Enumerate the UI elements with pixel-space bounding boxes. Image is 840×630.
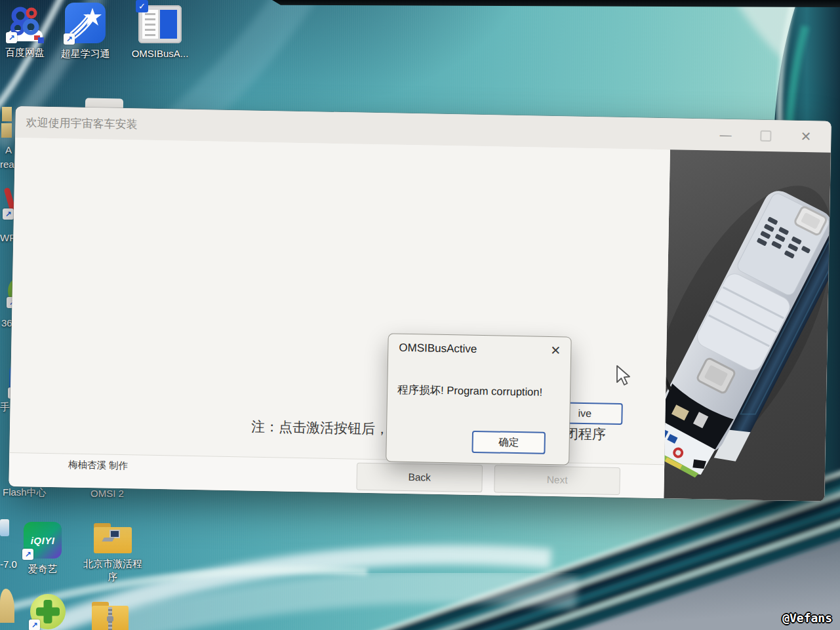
mouse-cursor-icon: [615, 364, 635, 387]
hidden-folder-fragment: [1, 123, 12, 138]
desktop-icon-green-plus[interactable]: [30, 594, 66, 629]
desktop-icon-chaoxing[interactable]: 超星学习通: [56, 3, 114, 59]
icon-label-omsi2: OMSI 2: [90, 488, 124, 499]
bus-preview-image: [664, 149, 831, 501]
activate-button-label-fragment: ive: [578, 407, 591, 419]
shortcut-arrow-icon: [3, 208, 14, 220]
shortcut-arrow-icon: [22, 549, 33, 560]
close-button[interactable]: ✕: [800, 130, 811, 143]
window-title: 欢迎使用宇宙客车安装: [26, 115, 137, 132]
message-dialog: OMSIBusActive ✕ 程序损坏! Program corruption…: [386, 333, 572, 465]
badge: [38, 37, 44, 43]
next-button-disabled[interactable]: Next: [494, 465, 620, 495]
dialog-message: 程序损坏! Program corruption!: [397, 383, 542, 400]
computer-icon: [103, 530, 120, 541]
iqiyi-logo-text: iQIYI: [31, 535, 55, 546]
dialog-ok-button[interactable]: 确定: [471, 431, 546, 454]
partial-icon-label: -7.0: [0, 559, 17, 570]
desktop-icon-iqiyi[interactable]: iQIYI 爱奇艺: [24, 522, 62, 574]
icon-label: 爱奇艺: [28, 563, 58, 574]
back-button[interactable]: Back: [356, 463, 483, 493]
desktop-screen: 百度网盘 超星学习通 OMSIBusA... A: [0, 0, 840, 630]
credit-text: 梅柚杏溪 制作: [68, 459, 128, 473]
desktop-icon-baidu-netdisk[interactable]: 百度网盘: [0, 4, 50, 58]
icon-label: 序: [108, 571, 118, 582]
checkbox-checked-icon: [136, 0, 148, 12]
minimize-button[interactable]: —: [719, 129, 731, 141]
installer-window: 欢迎使用宇宙客车安装 — ✕ 注：点击激活按钮后，请 ive 闭程序 梅柚杏溪 …: [9, 106, 831, 502]
icon-label: OMSIBusA...: [132, 48, 189, 59]
omsibus-installer-icon: [138, 5, 182, 43]
maximize-button[interactable]: [760, 130, 771, 141]
installer-side-panel: [664, 149, 831, 501]
hidden-icon-fragment: [0, 519, 9, 536]
close-program-text-fragment: 闭程序: [565, 424, 607, 443]
activation-note-text: 注：点击激活按钮后，请: [251, 418, 403, 439]
photo-watermark: @Vefans: [782, 611, 832, 625]
hidden-folder-fragment: [2, 107, 12, 121]
desktop-icon-omsibusactive[interactable]: OMSIBusA...: [129, 5, 191, 59]
desktop-icon-beijing-activator[interactable]: 北京市激活程 序: [87, 523, 139, 583]
partial-icon-label: 手: [0, 401, 10, 414]
shortcut-arrow-icon: [29, 620, 40, 630]
desktop-icon-zip-archive[interactable]: [92, 602, 129, 630]
icon-label: Flash中心: [3, 486, 47, 499]
dialog-title: OMSIBusActive: [399, 342, 477, 356]
icon-label: 超星学习通: [61, 48, 110, 59]
partial-icon-label: rea: [0, 159, 14, 170]
partial-icon-label: A: [5, 144, 12, 155]
folder-icon: [94, 523, 132, 553]
dialog-close-button[interactable]: ✕: [550, 343, 561, 358]
icon-label: 百度网盘: [5, 47, 45, 58]
shortcut-arrow-icon: [64, 33, 75, 45]
installer-content: 注：点击激活按钮后，请 ive 闭程序 梅柚杏溪 制作 Back Next: [9, 138, 670, 498]
zipper-icon: [108, 607, 112, 630]
icon-label: 北京市激活程: [83, 558, 142, 569]
zip-folder-icon: [92, 602, 129, 630]
shortcut-arrow-icon: [6, 32, 17, 43]
